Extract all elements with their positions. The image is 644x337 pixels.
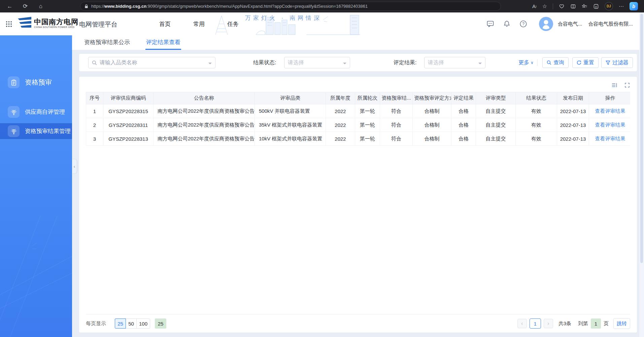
jump-button[interactable]: 跳转 xyxy=(613,318,630,329)
column-header: 资格预审结... xyxy=(380,92,413,104)
table-row: 2 GYSZP20228311 南方电网公司2022年度供应商资格预审公告 35… xyxy=(86,118,631,132)
cell-category: 500kV 并联电容器装置 xyxy=(255,104,326,118)
cell-date: 2022-07-13 xyxy=(557,104,589,118)
cell-status: 有效 xyxy=(516,118,557,132)
table-settings-icon[interactable] xyxy=(611,82,617,88)
nav-item[interactable]: 任务 xyxy=(227,20,239,28)
cell-year: 2022 xyxy=(326,132,355,146)
next-page-button[interactable]: › xyxy=(544,319,553,328)
browser-profile-avatar[interactable]: DJ xyxy=(605,2,613,10)
view-result-link[interactable]: 查看评审结果 xyxy=(589,104,631,118)
nav-item[interactable]: 首页 xyxy=(159,20,171,28)
column-header: 结果状态 xyxy=(516,92,557,104)
cell-supplier-code: GYSZP20228311 xyxy=(103,118,154,132)
per-page-label: 每页显示 xyxy=(86,321,106,327)
browser-toolbar-right: A) ☆ e DJ ⋯ b xyxy=(532,2,639,10)
filter-bar: 请输入品类名称 结果状态: 请选择 评定结果: 请选择 更多∨ 查询 重 xyxy=(79,54,637,71)
query-button[interactable]: 查询 xyxy=(542,57,569,68)
cell-notice-name: 南方电网公司2022年度供应商资格预审公告 xyxy=(154,118,255,132)
cell-index: 2 xyxy=(86,118,103,132)
cell-category: 10kV 框架式并联电容器装置 xyxy=(255,132,326,146)
sidebar: 资格预审 供应商自评管理 xyxy=(0,35,72,337)
cell-result: 合格 xyxy=(451,118,476,132)
user-avatar[interactable] xyxy=(539,17,553,31)
more-filters-link[interactable]: 更多∨ xyxy=(518,54,534,71)
cell-status: 有效 xyxy=(516,104,557,118)
help-icon[interactable]: ? xyxy=(519,20,528,28)
cell-supplier-code: GYSZP20228313 xyxy=(103,132,154,146)
cell-review-type: 自主提交 xyxy=(476,118,516,132)
table-toolbar xyxy=(86,81,630,90)
message-icon[interactable] xyxy=(486,20,495,28)
favorites-bar-icon[interactable] xyxy=(582,4,587,9)
cell-method: 合格制 xyxy=(413,118,451,132)
tab-bar: 资格预审结果公示评定结果查看 xyxy=(72,35,639,50)
cell-year: 2022 xyxy=(326,118,355,132)
split-screen-icon[interactable] xyxy=(570,4,576,9)
chevron-down-icon xyxy=(478,63,482,66)
goto-page-input[interactable]: 1 xyxy=(591,318,601,329)
refresh-icon[interactable]: ⟳ xyxy=(20,3,30,10)
page-number-button[interactable]: 1 xyxy=(530,318,541,329)
page-size-button[interactable]: 100 xyxy=(136,318,150,329)
column-header: 发布日期 xyxy=(557,92,589,104)
sidebar-collapse-handle[interactable]: ‹ xyxy=(72,159,77,173)
address-bar[interactable]: https://www.bidding.csg.cn:9090/gmp/stat… xyxy=(80,2,501,11)
cell-year: 2022 xyxy=(326,104,355,118)
page-size-button[interactable]: 50 xyxy=(126,318,137,329)
read-aloud-icon[interactable]: A) xyxy=(532,3,537,9)
add-favorite-icon[interactable]: ☆ xyxy=(542,3,547,9)
page-size-button[interactable]: 25 xyxy=(115,318,126,329)
browser-menu-icon[interactable]: ⋯ xyxy=(619,3,624,9)
url-text: https://www.bidding.csg.cn:9090/gmp/stat… xyxy=(91,4,368,9)
fullscreen-icon[interactable] xyxy=(624,82,630,88)
scrollbar-thumb[interactable] xyxy=(640,14,643,263)
back-icon[interactable]: ← xyxy=(5,3,15,10)
column-header: 评审类型 xyxy=(476,92,516,104)
sidebar-e-icon[interactable]: e xyxy=(593,4,599,9)
column-header: 序号 xyxy=(86,92,103,104)
sidebar-item[interactable]: 资格预审 xyxy=(0,74,72,90)
user-name[interactable]: 合容电气... xyxy=(558,21,582,27)
sidebar-item-label: 资格预审结果管理 xyxy=(25,127,71,135)
result-select[interactable]: 请选择 xyxy=(424,57,485,68)
results-panel: 序号评审供应商编码公告名称评审品类所属年度所属轮次资格预审结...资格预审评定方… xyxy=(79,77,637,333)
toolbar-divider xyxy=(553,3,553,9)
cell-round: 第一轮 xyxy=(355,118,380,132)
home-icon[interactable]: ⌂ xyxy=(36,3,46,10)
category-search-input[interactable]: 请输入品类名称 xyxy=(88,57,215,68)
nav-item[interactable]: 常用 xyxy=(193,20,205,28)
view-result-link[interactable]: 查看评审结果 xyxy=(589,118,631,132)
prev-page-button[interactable]: ‹ xyxy=(517,319,527,328)
cell-result: 合格 xyxy=(451,104,476,118)
cell-notice-name: 南方电网公司2022年度供应商资格预审公告 xyxy=(154,132,255,146)
browser-chrome: ← ⟳ ⌂ https://www.bidding.csg.cn:9090/gm… xyxy=(0,0,644,12)
tab[interactable]: 评定结果查看 xyxy=(145,35,181,50)
sidebar-item[interactable]: 资格预审结果管理 xyxy=(0,123,72,139)
cell-status: 有效 xyxy=(516,132,557,146)
bing-discover-icon[interactable]: b xyxy=(630,2,638,10)
company-name[interactable]: 合容电气股份有限... xyxy=(588,21,633,27)
reset-button[interactable]: 重置 xyxy=(572,57,599,68)
app-grid-icon[interactable] xyxy=(5,21,12,28)
csg-logo: 中国南方电网 CHINA SOUTHERN POWER GRID xyxy=(17,16,78,29)
sidebar-decoration xyxy=(0,196,72,337)
cell-supplier-code: GYSZP20228315 xyxy=(103,104,154,118)
status-select[interactable]: 请选择 xyxy=(284,57,350,68)
sidebar-item[interactable]: 供应商自评管理 xyxy=(0,104,72,120)
page-scrollbar[interactable] xyxy=(639,12,644,337)
notification-bell-icon[interactable] xyxy=(503,20,511,28)
view-result-link[interactable]: 查看评审结果 xyxy=(589,132,631,146)
goto-unit-label: 页 xyxy=(604,321,609,327)
tab[interactable]: 资格预审结果公示 xyxy=(83,35,131,50)
watermark-slogan: 万家灯火 · 南网情深 xyxy=(245,14,322,22)
cell-prequal-result: 符合 xyxy=(380,132,413,146)
filter-button[interactable]: 过滤器 xyxy=(601,57,633,68)
column-header: 评审供应商编码 xyxy=(103,92,154,104)
header-right: ? 合容电气... 合容电气股份有限... xyxy=(478,12,633,35)
browser-essentials-icon[interactable] xyxy=(559,4,565,9)
column-header: 所属轮次 xyxy=(355,92,380,104)
chevron-down-icon xyxy=(208,63,212,66)
column-header: 资格预审评定方式 xyxy=(413,92,451,104)
cell-round: 第一轮 xyxy=(355,104,380,118)
